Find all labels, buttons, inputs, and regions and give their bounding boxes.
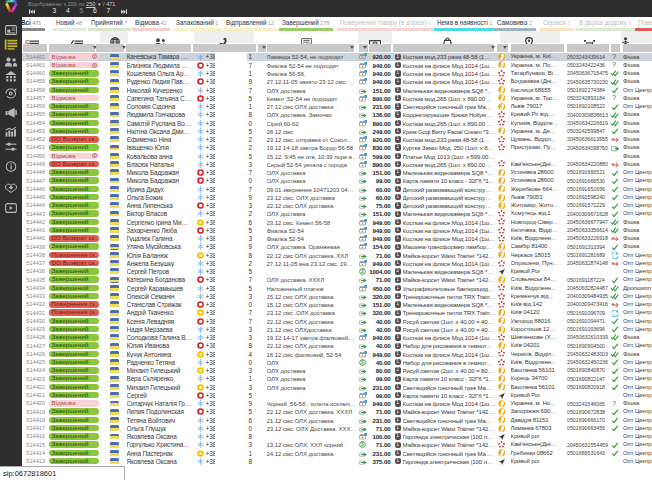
svg-text:$: $ xyxy=(361,359,364,365)
svg-text:$: $ xyxy=(361,268,364,274)
svg-text:$: $ xyxy=(361,442,364,448)
